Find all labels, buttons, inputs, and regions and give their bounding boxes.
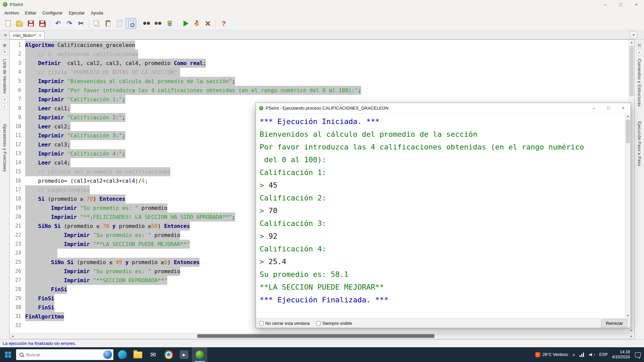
commands-icon[interactable]: ▤: [637, 42, 642, 48]
console-close-button[interactable]: ×: [616, 103, 631, 113]
console-output[interactable]: *** Ejecución Iniciada. ***Bienvenidos a…: [256, 114, 625, 318]
restart-button[interactable]: Reiniciar: [601, 319, 627, 327]
menu-archivo[interactable]: Archivo: [1, 9, 22, 16]
structures-icon[interactable]: ≡: [637, 49, 642, 55]
maximize-button[interactable]: □: [613, 0, 629, 9]
line-content: Imprimir "Por favor introduzca las 4 cal…: [25, 86, 361, 95]
replace-button[interactable]: [153, 18, 163, 29]
minimize-button[interactable]: –: [598, 0, 613, 9]
line-content: // 1- definiendo calificaciones: [25, 50, 138, 59]
cut-button[interactable]: ✂: [75, 18, 86, 29]
variables-grid-icon[interactable]: ▦: [2, 42, 8, 48]
language-indicator[interactable]: ESP: [599, 352, 608, 357]
search-input[interactable]: [26, 352, 101, 357]
console-line: *** Ejecución Iniciada. ***: [260, 115, 624, 128]
tab-close-icon[interactable]: ×: [39, 33, 41, 38]
panel-tab-comandos-y-estructuras[interactable]: Comandos y Estructuras: [637, 59, 642, 107]
menu-ayuda[interactable]: Ayuda: [88, 9, 106, 16]
line-content: Imprimir "Calificación 1:";: [25, 95, 125, 104]
undo-button[interactable]: ↶: [53, 18, 63, 29]
close-button[interactable]: ×: [629, 0, 644, 9]
panel-tab-lista-de-variables[interactable]: Lista de Variables: [2, 59, 7, 94]
editor-horizontal-scrollbar[interactable]: ◄ ►: [10, 333, 634, 339]
copy-button[interactable]: [91, 18, 102, 29]
tools-button[interactable]: [203, 18, 213, 29]
tab-list-dropdown[interactable]: ▾: [630, 32, 637, 38]
taskbar-search[interactable]: [16, 349, 113, 360]
menu-configurar[interactable]: Configurar: [39, 9, 66, 16]
explorer-taskbar-button[interactable]: [130, 347, 146, 362]
media-icon: ▶: [180, 350, 189, 359]
functions-icon[interactable]: ƒ: [2, 104, 8, 109]
vertical-scroll-thumb[interactable]: [630, 46, 634, 96]
console-scroll-up-icon[interactable]: ▲: [627, 114, 630, 118]
clock[interactable]: 14:18 4/10/2024: [612, 350, 630, 360]
media-taskbar-button[interactable]: ▶: [176, 347, 192, 362]
console-minimize-button[interactable]: –: [586, 103, 601, 113]
syntax-check-button[interactable]: [125, 18, 136, 29]
menu-editar[interactable]: Editar: [22, 9, 39, 16]
pin-icon[interactable]: ✎: [2, 49, 8, 55]
help-button[interactable]: ?: [218, 18, 229, 29]
taskbar-apps: ✉▶: [115, 347, 207, 362]
weather-widget[interactable]: 26°C Ventoso: [535, 352, 568, 357]
save-as-button[interactable]: [37, 18, 48, 29]
weather-text: 26°C Ventoso: [542, 352, 568, 357]
open-file-button[interactable]: [14, 18, 25, 29]
scroll-down-icon[interactable]: ▼: [630, 329, 633, 332]
menu-ejecutar[interactable]: Ejecutar: [66, 9, 88, 16]
line-content: Imprimir "Calificación 4:";: [25, 149, 125, 158]
code-line[interactable]: 5 Imprimir "Bienvenidos al cálculo del p…: [10, 77, 629, 86]
panel-tab-ejecuci-n-paso-a-paso[interactable]: Ejecución Paso a Paso: [637, 121, 642, 166]
network-icon[interactable]: [580, 353, 585, 357]
flowchart-button[interactable]: [164, 18, 175, 29]
operators-icon[interactable]: ±: [2, 97, 8, 102]
chrome-taskbar-button[interactable]: [161, 347, 176, 362]
panel-tab-operadores-y-funciones[interactable]: Operadores y Funciones: [2, 124, 7, 172]
indent-button[interactable]: [114, 18, 125, 29]
save-file-button[interactable]: [25, 18, 36, 29]
no-close-checkbox-input[interactable]: [259, 321, 264, 325]
always-visible-checkbox-input[interactable]: [316, 321, 321, 325]
always-visible-checkbox[interactable]: Siempre visible: [316, 321, 352, 326]
code-line[interactable]: 3 Definir cal1, cal2, cal3, cal4, promed…: [10, 59, 629, 68]
run-button[interactable]: [180, 18, 191, 29]
scroll-up-icon[interactable]: ▲: [630, 41, 633, 44]
console-maximize-button[interactable]: □: [601, 103, 616, 113]
line-number: 11: [10, 131, 25, 140]
new-file-button[interactable]: [3, 18, 13, 29]
pseint-icon: [196, 351, 204, 359]
find-button[interactable]: [141, 18, 152, 29]
input-value: 45: [269, 181, 278, 189]
line-number: 25: [10, 258, 25, 267]
console-scrollbar[interactable]: ▲ ▼: [625, 114, 631, 318]
speaker-icon[interactable]: [589, 353, 595, 357]
search-avatar[interactable]: [103, 350, 112, 359]
line-content: FinSi: [25, 285, 67, 294]
pseint-taskbar-button[interactable]: [192, 347, 207, 362]
start-button[interactable]: [0, 347, 16, 362]
code-line[interactable]: 2 // 1- definiendo calificaciones: [10, 50, 629, 59]
line-content: Leer cal1;: [25, 104, 70, 113]
scroll-left-icon[interactable]: ◄: [11, 335, 14, 338]
line-number: 29: [10, 294, 25, 303]
hidden-icons-chevron[interactable]: ∧: [573, 353, 575, 357]
edge-taskbar-button[interactable]: [115, 347, 130, 362]
paste-button[interactable]: [103, 18, 113, 29]
code-line[interactable]: 4 // titulo "PROMEDIO DE NOTAS DE LA SEC…: [10, 68, 629, 77]
run-step-button[interactable]: [191, 18, 202, 29]
console-scroll-down-icon[interactable]: ▼: [627, 314, 630, 317]
console-scroll-thumb[interactable]: [626, 120, 630, 143]
scroll-right-icon[interactable]: ►: [630, 335, 633, 338]
code-line[interactable]: 6 Imprimir "Por favor introduzca las 4 c…: [10, 86, 629, 95]
tab-options-icon[interactable]: ◈: [2, 32, 9, 38]
tab-sin-titulo[interactable]: <sin_titulo>* ×: [9, 31, 45, 39]
line-number: 31: [10, 312, 25, 321]
horizontal-scroll-thumb[interactable]: [197, 334, 435, 338]
code-line[interactable]: 1Algoritmo Calificaciones_graceleon: [10, 41, 629, 50]
mail-taskbar-button[interactable]: ✉: [146, 347, 161, 362]
redo-button[interactable]: ↷: [64, 18, 75, 29]
action-center-icon[interactable]: [635, 352, 641, 357]
console-footer: No cerrar esta ventana Siempre visible R…: [256, 318, 631, 328]
no-close-checkbox[interactable]: No cerrar esta ventana: [259, 321, 310, 326]
